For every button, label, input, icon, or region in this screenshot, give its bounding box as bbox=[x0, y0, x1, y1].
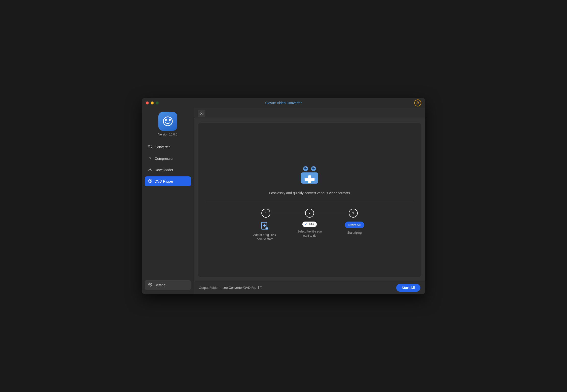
svg-point-21 bbox=[312, 167, 315, 169]
drop-area[interactable]: Losslessly and quickly convert various v… bbox=[198, 123, 421, 277]
dvd-ripper-icon bbox=[148, 179, 152, 184]
drop-title: Losslessly and quickly convert various v… bbox=[269, 191, 350, 195]
steps-container: 1 2 3 bbox=[243, 209, 377, 241]
step-2-circle: 2 bbox=[305, 209, 314, 218]
toolbar bbox=[194, 108, 425, 119]
svg-point-8 bbox=[148, 179, 152, 182]
svg-point-22 bbox=[314, 167, 315, 168]
sidebar-item-compressor[interactable]: Compressor bbox=[145, 154, 191, 163]
svg-point-18 bbox=[304, 167, 307, 169]
step-1-icon bbox=[260, 222, 269, 230]
traffic-lights bbox=[146, 101, 159, 104]
step-1-circle: 1 bbox=[261, 209, 270, 218]
folder-icon[interactable] bbox=[258, 286, 262, 290]
check-icon: ✓ bbox=[305, 223, 307, 226]
section-divider bbox=[205, 201, 414, 201]
output-folder-path: ...eo Converter/DVD Rip bbox=[221, 286, 256, 290]
footer: Output Folder: ...eo Converter/DVD Rip S… bbox=[194, 281, 425, 294]
window-title: Siovue Video Converter bbox=[265, 101, 302, 105]
converter-label: Converter bbox=[155, 145, 170, 149]
sidebar-item-converter[interactable]: Converter bbox=[145, 142, 191, 152]
svg-rect-16 bbox=[305, 178, 315, 181]
svg-point-1 bbox=[163, 117, 172, 126]
dvd-ripper-label: DVD Ripper bbox=[155, 179, 173, 183]
step-2-badge[interactable]: ✓ Title bbox=[302, 222, 317, 227]
svg-point-19 bbox=[306, 167, 307, 168]
drop-illustration bbox=[295, 159, 324, 187]
sidebar: Version 10.0.0 Converter bbox=[142, 108, 194, 294]
step-2-label: Select the title you want to rip bbox=[296, 229, 323, 238]
app-window: Siovue Video Converter V bbox=[142, 98, 425, 294]
sidebar-item-setting[interactable]: Setting bbox=[145, 280, 191, 290]
step-3-circle: 3 bbox=[349, 209, 358, 218]
svg-point-10 bbox=[150, 284, 151, 285]
content-area: Version 10.0.0 Converter bbox=[142, 108, 425, 294]
converter-icon bbox=[148, 145, 152, 150]
step-2-badge-label: Title bbox=[309, 223, 314, 226]
start-all-button[interactable]: Start All bbox=[396, 284, 420, 292]
user-icon[interactable] bbox=[414, 99, 421, 106]
titlebar: Siovue Video Converter bbox=[142, 98, 425, 108]
step-3-label: Start riping bbox=[347, 231, 362, 235]
settings-icon bbox=[148, 283, 152, 288]
step-connector-1 bbox=[270, 213, 305, 213]
output-folder-label: Output Folder: bbox=[199, 286, 219, 290]
maximize-button bbox=[156, 101, 159, 104]
close-button[interactable] bbox=[146, 101, 149, 104]
app-logo: Version 10.0.0 bbox=[145, 112, 191, 136]
step-1-section: Add or drag DVD here to start bbox=[243, 222, 287, 241]
compressor-icon bbox=[148, 156, 152, 161]
svg-point-0 bbox=[417, 102, 418, 103]
main-content: Losslessly and quickly convert various v… bbox=[194, 108, 425, 294]
downloader-label: Downloader bbox=[155, 168, 173, 172]
minimize-button[interactable] bbox=[151, 101, 154, 104]
svg-point-9 bbox=[150, 180, 151, 181]
svg-point-2 bbox=[165, 119, 167, 121]
sidebar-item-dvd-ripper[interactable]: DVD Ripper bbox=[145, 176, 191, 186]
sidebar-item-downloader[interactable]: Downloader bbox=[145, 165, 191, 175]
compressor-label: Compressor bbox=[155, 157, 174, 161]
nav-items: Converter Compressor bbox=[145, 142, 191, 280]
step-3-section: Start All Start riping bbox=[332, 222, 377, 235]
step-1-label: Add or drag DVD here to start bbox=[251, 233, 278, 241]
settings-label: Setting bbox=[155, 283, 166, 287]
step-2-section: ✓ Title Select the title you want to rip bbox=[287, 222, 332, 238]
step-connector-2 bbox=[314, 213, 349, 213]
add-file-button[interactable] bbox=[198, 110, 205, 117]
logo-icon bbox=[158, 112, 177, 131]
version-label: Version 10.0.0 bbox=[158, 133, 177, 136]
svg-point-3 bbox=[169, 119, 171, 121]
step-3-start-label: Start All bbox=[348, 223, 360, 227]
downloader-icon bbox=[148, 167, 152, 172]
step-3-start-button[interactable]: Start All bbox=[345, 222, 364, 228]
